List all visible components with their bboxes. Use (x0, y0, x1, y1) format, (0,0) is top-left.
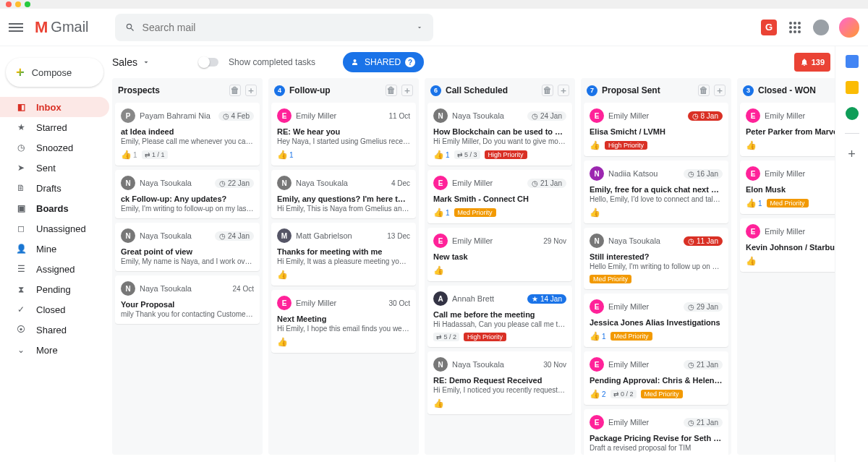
card[interactable]: NNaya Tsoukala30 NovRE: Demo Request Rec… (427, 351, 572, 414)
thumbs-up-icon[interactable]: 👍 (746, 140, 757, 150)
tasks-icon[interactable] (846, 107, 859, 120)
card[interactable]: NNaya Tsoukala◷ 22 Janck Follow-up: Any … (115, 170, 260, 218)
show-completed-toggle[interactable] (200, 58, 218, 67)
thumbs-up-icon[interactable]: 👍1 (433, 150, 450, 160)
sender-name: Emily Miller (296, 111, 385, 120)
thumbs-up-icon[interactable]: 👍 (277, 270, 288, 280)
thumbs-up-icon[interactable]: 👍1 (590, 331, 606, 341)
hamburger-icon[interactable] (9, 21, 23, 34)
card[interactable]: NNaya Tsoukala24 OctYour Proposalmily Th… (115, 275, 260, 324)
board-selector[interactable]: Sales (112, 56, 150, 68)
plus-icon: + (16, 64, 25, 81)
nav-unassigned[interactable]: ◻Unassigned (0, 218, 109, 239)
close-dot[interactable] (6, 1, 12, 7)
search-bar[interactable] (115, 14, 433, 41)
search-dropdown-icon[interactable] (416, 22, 423, 33)
add-card-icon[interactable]: ＋ (245, 85, 257, 96)
thumbs-up-icon[interactable]: 👍 (590, 208, 600, 218)
card-title: Package Pricing Revise for Seth Industri… (590, 434, 723, 442)
nav-inbox[interactable]: ◧Inbox (0, 97, 109, 117)
card[interactable]: EEmily Miller◷ 21 JanPending Approval: C… (584, 351, 728, 405)
card[interactable]: EEmily Miller1Elon Musk👍1Med Priority (740, 161, 835, 214)
thumbs-up-icon[interactable]: 👍 (746, 256, 757, 266)
delete-column-icon[interactable]: 🗑 (229, 85, 241, 96)
sender-avatar: E (590, 299, 604, 314)
nav-pending[interactable]: ⧗Pending (0, 279, 109, 299)
card[interactable]: NNaya Tsoukala◷ 24 JanHow Blockchain can… (427, 103, 572, 166)
card[interactable]: EEmily MillerPeter Parker from Marvel👍 (740, 103, 835, 156)
card[interactable]: AAnnah Brett★ 14 JanCall me before the m… (427, 286, 572, 347)
nav-snoozed[interactable]: ◷Snoozed (0, 137, 109, 158)
card[interactable]: MMatt Gabrielson13 DecThanks for meeting… (271, 223, 416, 286)
thumbs-up-icon[interactable]: 👍1 (277, 150, 294, 160)
column-title: Call Scheduled (446, 85, 508, 95)
card[interactable]: EEmily Miller29 NovNew task👍 (427, 228, 572, 281)
card[interactable]: EEmily Miller◷ 21 JanPackage Pricing Rev… (584, 409, 728, 455)
add-card-icon[interactable]: ＋ (558, 85, 569, 96)
add-card-icon[interactable]: ＋ (714, 85, 726, 96)
keep-icon[interactable] (846, 81, 859, 94)
nav-assigned[interactable]: ☰Assigned (0, 259, 109, 279)
card[interactable]: EEmily Miller◷ 21 JanMark Smith - Connec… (427, 170, 572, 223)
add-card-icon[interactable]: ＋ (401, 85, 413, 96)
calendar-icon[interactable] (846, 55, 859, 68)
nav-drafts[interactable]: 🗎Drafts (0, 178, 109, 198)
thumbs-up-icon[interactable]: 👍 (433, 265, 444, 275)
unassigned-icon: ◻ (16, 223, 26, 234)
gmelius-icon[interactable]: G (761, 20, 777, 35)
account-circle-icon[interactable] (813, 20, 829, 35)
nav-boards[interactable]: ▣Boards (0, 198, 109, 218)
card[interactable]: NNadiia Katsou◷ 16 JanEmily, free for a … (584, 161, 728, 223)
card-footer: 👍 (590, 208, 723, 218)
max-dot[interactable] (25, 1, 30, 7)
apps-grid-icon[interactable] (787, 20, 803, 35)
notification-badge[interactable]: 139 (794, 53, 830, 72)
card-title: Thanks for meeting with me (277, 247, 410, 256)
column-count: 6 (430, 85, 441, 96)
card[interactable]: PPayam Bahrami Nia◷ 4 Febat Idea indeedE… (115, 103, 260, 166)
shared-button[interactable]: SHARED ? (343, 52, 424, 72)
card[interactable]: NNaya Tsoukala◷ 11 JanStill interested?H… (584, 228, 728, 289)
delete-column-icon[interactable]: 🗑 (386, 85, 397, 96)
priority-badge: Med Priority (610, 332, 652, 341)
min-dot[interactable] (15, 1, 21, 7)
thumbs-up-icon[interactable]: 👍 (433, 398, 444, 408)
card[interactable]: NNaya Tsoukala◷ 24 JanGreat point of vie… (115, 223, 260, 271)
nav-closed[interactable]: ✓Closed (0, 299, 109, 320)
search-input[interactable] (142, 22, 409, 33)
card-snippet: Hi Emily Miller, Do you want to give mor… (433, 137, 566, 145)
app-logo[interactable]: M Gmail (35, 18, 89, 37)
column-follow-up: 4Follow-up🗑＋EEmily Miller11 OctRE: We he… (268, 78, 419, 455)
nav-more[interactable]: ⌄More (0, 340, 109, 360)
card[interactable]: EEmily Miller30 OctNext MeetingHi Emily,… (271, 290, 416, 353)
compose-button[interactable]: + Compose (6, 58, 103, 87)
add-addon-icon[interactable]: + (848, 147, 856, 162)
card[interactable]: EEmily Miller◷ 29 JanJessica Jones Alias… (584, 294, 728, 347)
thumbs-up-icon[interactable]: 👍1 (433, 208, 450, 218)
sender-avatar: N (121, 176, 135, 190)
card[interactable]: EEmily Miller◷ 8 JanElisa Smicht / LVMH👍… (584, 103, 728, 156)
thumbs-up-icon[interactable]: 👍1 (121, 150, 137, 160)
card-footer: 👍 (277, 337, 410, 347)
card-snippet: Emily, I'm writing to follow-up on my la… (121, 205, 254, 213)
nav-starred[interactable]: ★Starred (0, 117, 109, 137)
nav-shared[interactable]: ⦿Shared (0, 320, 109, 340)
card-snippet: Hi Emily, I hope this email finds you we… (277, 325, 410, 333)
card-date: 29 Nov (543, 237, 566, 245)
card[interactable]: EEmily Miller11 OctRE: We hear youHey Na… (271, 103, 416, 166)
user-avatar[interactable] (839, 17, 859, 38)
thumbs-up-icon[interactable]: 👍2 (590, 389, 606, 399)
sender-avatar: E (590, 357, 604, 372)
card-footer: 👍1⇄ 1 / 1 (121, 150, 254, 160)
thumbs-up-icon[interactable]: 👍 (277, 337, 288, 347)
thumbs-up-icon[interactable]: 👍 (590, 140, 600, 150)
card[interactable]: NNaya Tsoukala4 DecEmily, any questions?… (271, 170, 416, 218)
nav-sent[interactable]: ➤Sent (0, 158, 109, 178)
nav-label: Unassigned (36, 223, 86, 234)
thumbs-up-icon[interactable]: 👍1 (746, 198, 762, 208)
delete-column-icon[interactable]: 🗑 (542, 85, 553, 96)
card[interactable]: EEmily MillerKevin Johnson / Starbucks H… (740, 218, 835, 272)
card-title: Peter Parker from Marvel (746, 127, 835, 136)
delete-column-icon[interactable]: 🗑 (698, 85, 710, 96)
nav-mine[interactable]: 👤Mine (0, 239, 109, 259)
